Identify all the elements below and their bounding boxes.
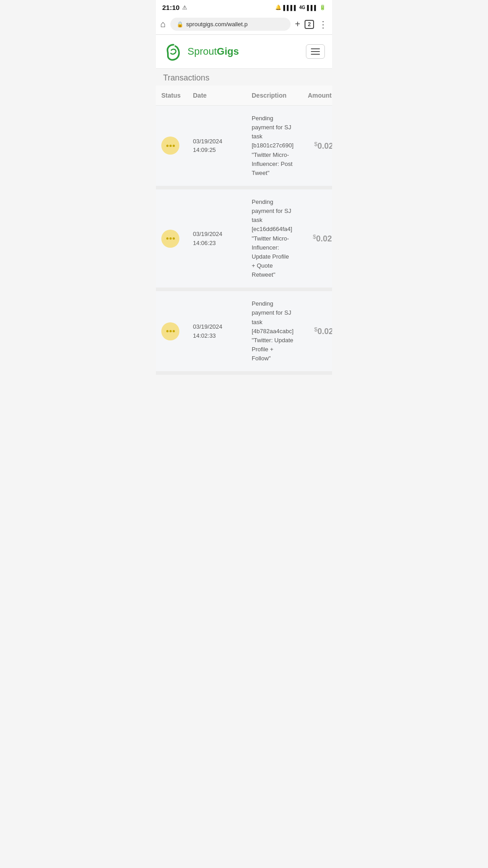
status-badge-pending xyxy=(161,322,179,340)
transaction-amount: $0.0200 xyxy=(296,233,332,244)
dot-1 xyxy=(166,145,169,147)
transaction-amount: $0.0210 xyxy=(297,141,332,151)
dot-3 xyxy=(173,330,175,332)
transactions-title: Transactions xyxy=(163,73,209,82)
col-header-amount: Amount xyxy=(286,92,332,99)
col-header-description: Description xyxy=(252,92,286,99)
amount-value: 0.0200 xyxy=(317,327,332,336)
transactions-table: Status Date Description Amount 03/19/202… xyxy=(156,85,332,375)
menu-button[interactable] xyxy=(306,44,325,59)
network-4g-icon: 4G xyxy=(299,5,305,10)
logo-text: SproutGigs xyxy=(188,46,239,57)
status-left: 21:10 ⚠ xyxy=(162,4,187,11)
app-header: SproutGigs xyxy=(156,35,332,69)
dot-3 xyxy=(173,145,175,147)
col-header-date: Date xyxy=(193,92,252,99)
alarm-icon: 🔔 xyxy=(275,5,282,10)
sproutgigs-logo-icon xyxy=(163,41,184,62)
menu-line-1 xyxy=(311,48,320,49)
dot-2 xyxy=(169,330,172,332)
dot-2 xyxy=(169,145,172,147)
table-row: 03/19/2024 14:09:25 Pending payment for … xyxy=(156,106,332,189)
menu-line-3 xyxy=(311,54,320,55)
transaction-amount: $0.0200 xyxy=(297,326,332,336)
col-header-status: Status xyxy=(161,92,193,99)
new-tab-button[interactable]: + xyxy=(295,19,300,29)
signal-icon: ▌▌▌▌ xyxy=(283,5,297,10)
signal2-icon: ▌▌▌ xyxy=(307,5,318,10)
menu-line-2 xyxy=(311,51,320,52)
transaction-description: Pending payment for SJ task [4b782aa4cab… xyxy=(252,299,297,363)
browser-bar: ⌂ 🔒 sproutgigs.com/wallet.p + 2 ⋮ xyxy=(156,14,332,35)
transaction-description: Pending payment for SJ task [ec16dd664fa… xyxy=(252,198,296,279)
amount-value: 0.0200 xyxy=(316,234,332,243)
more-options-button[interactable]: ⋮ xyxy=(319,19,328,30)
transaction-date: 03/19/2024 14:09:25 xyxy=(193,137,252,155)
status-right: 🔔 ▌▌▌▌ 4G ▌▌▌ 🔋 xyxy=(275,5,326,10)
status-badge-pending xyxy=(161,230,179,248)
browser-actions: + 2 ⋮ xyxy=(295,19,328,30)
status-badge-pending xyxy=(161,137,179,155)
tab-count-button[interactable]: 2 xyxy=(305,20,314,29)
lock-icon: 🔒 xyxy=(177,21,183,28)
transaction-date: 03/19/2024 14:06:23 xyxy=(193,230,252,247)
transactions-header: Transactions xyxy=(156,69,332,85)
transaction-date: 03/19/2024 14:02:33 xyxy=(193,322,252,340)
amount-value: 0.0210 xyxy=(317,142,332,151)
home-icon[interactable]: ⌂ xyxy=(160,19,166,29)
warning-icon: ⚠ xyxy=(182,5,187,11)
table-header: Status Date Description Amount xyxy=(156,85,332,106)
url-bar[interactable]: 🔒 sproutgigs.com/wallet.p xyxy=(170,18,291,31)
table-row: 03/19/2024 14:06:23 Pending payment for … xyxy=(156,189,332,291)
currency-symbol: $ xyxy=(313,233,316,240)
battery-icon: 🔋 xyxy=(319,5,326,10)
dot-3 xyxy=(173,237,175,240)
logo-area: SproutGigs xyxy=(163,41,239,62)
transaction-description: Pending payment for SJ task [b1801c27c69… xyxy=(252,114,297,178)
status-time: 21:10 xyxy=(162,4,179,11)
url-text: sproutgigs.com/wallet.p xyxy=(186,21,248,28)
dot-1 xyxy=(166,237,169,240)
dot-2 xyxy=(169,237,172,240)
table-row: 03/19/2024 14:02:33 Pending payment for … xyxy=(156,291,332,375)
dot-1 xyxy=(166,330,169,332)
status-bar: 21:10 ⚠ 🔔 ▌▌▌▌ 4G ▌▌▌ 🔋 xyxy=(156,0,332,14)
